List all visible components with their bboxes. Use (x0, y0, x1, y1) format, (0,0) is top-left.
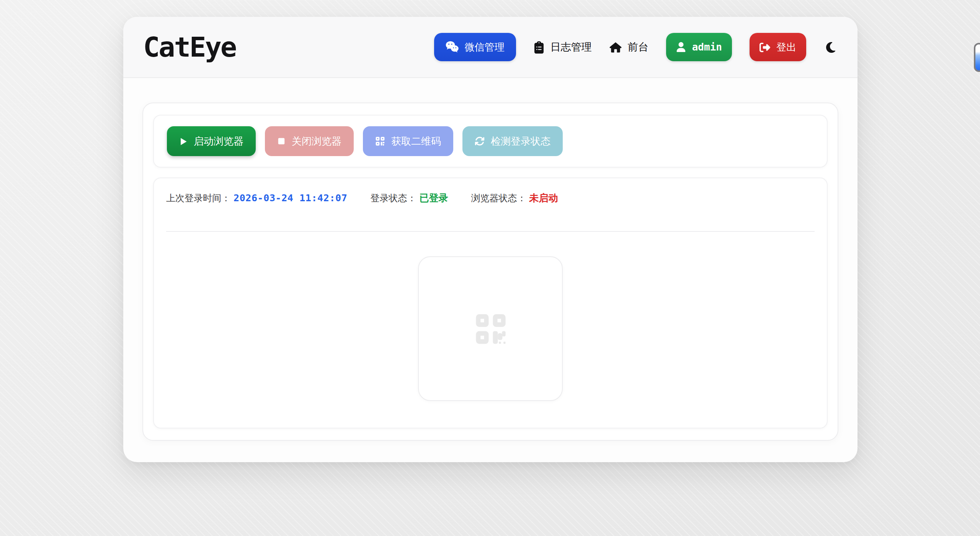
browser-state-value: 未启动 (529, 192, 558, 205)
browser-state-label: 浏览器状态： (471, 192, 526, 205)
moon-icon (825, 41, 836, 53)
login-state-value: 已登录 (419, 192, 448, 205)
nav-wechat-label: 微信管理 (465, 40, 505, 54)
close-browser-button[interactable]: 关闭浏览器 (265, 126, 354, 156)
navbar: CatEye (123, 17, 858, 78)
check-login-label: 检测登录状态 (491, 134, 550, 148)
nav-front-label: 前台 (628, 40, 648, 54)
last-login-value: 2026-03-24 11:42:07 (234, 192, 347, 204)
scrollbar-thumb[interactable] (974, 43, 980, 72)
divider (166, 231, 815, 232)
login-state-label: 登录状态： (370, 192, 416, 205)
logout-icon (760, 42, 770, 52)
browser-state-status: 浏览器状态： 未启动 (471, 192, 558, 205)
last-login-label: 上次登录时间： (166, 192, 230, 205)
nav-menu: 微信管理 日志管理 (434, 33, 838, 61)
nav-logs-label: 日志管理 (550, 40, 592, 54)
play-icon (179, 137, 188, 146)
last-login-status: 上次登录时间： 2026-03-24 11:42:07 (166, 192, 347, 205)
main-panel: 启动浏览器 关闭浏览器 (142, 103, 838, 441)
qrcode-icon (375, 136, 385, 146)
refresh-icon (475, 136, 485, 146)
check-login-button[interactable]: 检测登录状态 (462, 126, 563, 156)
house-icon (609, 41, 622, 53)
start-browser-button[interactable]: 启动浏览器 (167, 126, 256, 156)
start-browser-label: 启动浏览器 (194, 134, 243, 148)
login-state-status: 登录状态： 已登录 (370, 192, 448, 205)
qrcode-area (154, 256, 827, 401)
nav-logout-button[interactable]: 登出 (750, 33, 806, 61)
nav-logs-link[interactable]: 日志管理 (534, 40, 592, 54)
clipboard-list-icon (534, 41, 544, 53)
desktop-background: CatEye (0, 0, 980, 536)
get-qrcode-button[interactable]: 获取二维码 (363, 126, 453, 156)
brand-logo[interactable]: CatEye (143, 31, 236, 63)
get-qrcode-label: 获取二维码 (391, 134, 441, 148)
dark-mode-toggle[interactable] (824, 39, 838, 55)
nav-user-button[interactable]: admin (666, 33, 732, 61)
close-browser-label: 关闭浏览器 (292, 134, 341, 148)
nav-front-link[interactable]: 前台 (609, 40, 648, 54)
user-icon (676, 42, 686, 52)
qrcode-placeholder (418, 256, 563, 401)
nav-username: admin (692, 41, 722, 53)
stop-icon (277, 137, 286, 145)
status-row: 上次登录时间： 2026-03-24 11:42:07 登录状态： 已登录 浏览… (154, 178, 827, 205)
app-window: CatEye (123, 17, 858, 462)
nav-wechat-button[interactable]: 微信管理 (434, 33, 516, 61)
status-card: 上次登录时间： 2026-03-24 11:42:07 登录状态： 已登录 浏览… (153, 178, 828, 428)
browser-controls-card: 启动浏览器 关闭浏览器 (153, 115, 828, 168)
nav-logout-label: 登出 (776, 40, 796, 54)
qrcode-placeholder-icon (473, 311, 508, 346)
wechat-icon (446, 41, 459, 54)
